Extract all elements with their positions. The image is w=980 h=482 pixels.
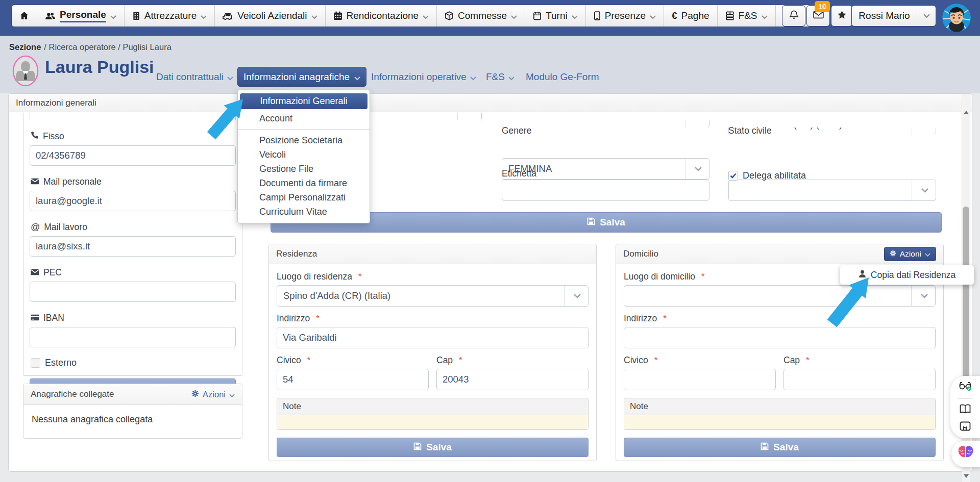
nav-item-presenze[interactable]: Presenze <box>586 5 664 27</box>
delega-checkbox[interactable] <box>728 171 738 181</box>
cap-label: Cap* <box>783 355 936 366</box>
nav-item-commesse[interactable]: Commesse <box>437 5 525 27</box>
domicilio-save-button[interactable]: Salva <box>624 438 936 457</box>
gear-icon <box>890 249 896 259</box>
note-textarea[interactable] <box>624 415 935 429</box>
floppy-icon <box>413 442 422 453</box>
clipped-field <box>502 120 709 128</box>
nav-item-label: Rendicontazione <box>347 10 419 21</box>
delega-row: Delega abilitata <box>728 170 806 181</box>
mail-personale-input[interactable] <box>30 191 236 211</box>
breadcrumb-path: / Ricerca operatore / Puglisi Laura <box>44 42 171 52</box>
nav-item-label: Commesse <box>458 10 507 21</box>
notifications-button[interactable] <box>782 5 805 27</box>
hidden-row-input[interactable] <box>30 113 236 120</box>
indirizzo-label: Indirizzo* <box>277 313 589 324</box>
nav-item-paghe[interactable]: € Paghe <box>664 5 718 27</box>
user-menu-button[interactable]: Rossi Mario <box>851 5 936 27</box>
domicilio-azioni-button[interactable]: Azioni <box>884 247 936 261</box>
glasses-check-icon[interactable] <box>959 381 972 393</box>
menu-item-documenti-da-firmare[interactable]: Documenti da firmare <box>238 176 370 190</box>
stato-civile-select[interactable] <box>728 180 936 201</box>
civico-input[interactable] <box>277 369 429 390</box>
required-asterisk: * <box>307 356 311 366</box>
tab-informazioni-operative[interactable]: Informazioni operative <box>371 71 476 83</box>
envelope-icon <box>31 267 39 278</box>
breadcrumb-section[interactable]: Sezione <box>9 42 41 52</box>
anagrafiche-azioni-button[interactable]: Azioni <box>191 390 235 399</box>
home-icon <box>19 11 29 20</box>
chevron-down-icon <box>354 71 360 83</box>
person-icon <box>859 270 866 281</box>
luogo-residenza-select[interactable]: Spino d'Adda (CR) (Italia) <box>277 285 589 307</box>
nav-item-label: Veicoli Aziendali <box>237 10 307 21</box>
note-textarea[interactable] <box>277 415 588 429</box>
bookmark-icon[interactable] <box>960 421 971 433</box>
chevron-down-icon <box>227 71 233 83</box>
nav-item-veicoli-aziendali[interactable]: Veicoli Aziendali <box>215 5 325 27</box>
menu-item-account[interactable]: Account <box>238 111 370 125</box>
menu-item-gestione-file[interactable]: Gestione File <box>238 162 370 176</box>
nav-item-attrezzature[interactable]: Attrezzature <box>125 5 215 27</box>
etichetta-input[interactable] <box>502 180 709 201</box>
esterno-checkbox[interactable] <box>31 358 40 368</box>
cap-input[interactable] <box>436 369 589 390</box>
mail-lavoro-label: @ Mail lavoro <box>31 222 235 233</box>
envelope-icon <box>813 11 824 21</box>
tab-informazioni-anagrafiche[interactable]: Informazioni anagrafiche <box>237 67 366 87</box>
chevron-down-icon <box>201 10 207 21</box>
chevron-down-icon <box>762 10 768 21</box>
luogo-domicilio-select[interactable] <box>624 285 936 307</box>
page: Personale Attrezzature Veicoli Aziendali… <box>0 0 980 482</box>
fisso-label: Fisso <box>31 131 235 142</box>
fisso-input[interactable] <box>30 145 236 166</box>
general-save-button[interactable]: Salva <box>271 212 942 233</box>
cap-input[interactable] <box>783 369 936 390</box>
building-icon <box>132 11 140 20</box>
nav-item-personale[interactable]: Personale <box>37 5 125 27</box>
chevron-down-icon <box>573 293 581 298</box>
residenza-card: Residenza Luogo di residenza* Spino d'Ad… <box>268 244 597 461</box>
nav-item-fs[interactable]: F&S <box>718 5 776 27</box>
tab-fs[interactable]: F&S <box>486 71 514 83</box>
scrollbar-down-button[interactable] <box>962 470 970 482</box>
delega-label: Delega abilitata <box>743 170 806 181</box>
hidden-row-select[interactable] <box>502 120 709 128</box>
tab-label: Dati contrattuali <box>156 71 224 83</box>
required-asterisk: * <box>701 272 705 282</box>
menu-item-informazioni-generali[interactable]: Informazioni Generali <box>240 93 368 109</box>
user-avatar[interactable] <box>942 4 971 32</box>
nav-item-turni[interactable]: Turni <box>525 5 586 27</box>
iban-input[interactable] <box>30 327 236 347</box>
menu-item-posizione-societaria[interactable]: Posizione Societaria <box>238 133 370 147</box>
nav-item-home[interactable] <box>12 5 37 27</box>
cabinet-icon <box>725 11 734 20</box>
favorites-button[interactable] <box>831 5 852 27</box>
indirizzo-input[interactable] <box>624 327 936 348</box>
tab-label: Informazioni anagrafiche <box>243 71 350 83</box>
civico-input[interactable] <box>624 369 776 390</box>
tab-modulo-ge-form[interactable]: Modulo Ge-Form <box>526 71 599 83</box>
ai-assistant-button[interactable] <box>951 441 980 467</box>
copia-dati-residenza-menu-item[interactable]: Copia dati Residenza <box>840 265 974 285</box>
tab-label: F&S <box>486 71 505 83</box>
menu-item-veicoli[interactable]: Veicoli <box>238 147 370 162</box>
menu-item-campi-personalizzati[interactable]: Campi Personalizzati <box>238 190 370 205</box>
nav-item-rendicontazione[interactable]: Rendicontazione <box>326 5 437 27</box>
residenza-save-button[interactable]: Salva <box>277 438 589 457</box>
genere-label: Genere <box>502 125 531 136</box>
required-asterisk: * <box>358 272 362 282</box>
scrollbar-up-button[interactable] <box>962 106 970 118</box>
indirizzo-input[interactable] <box>277 327 589 348</box>
chevron-down-icon <box>572 10 578 21</box>
pec-input[interactable] <box>30 282 236 302</box>
indirizzo-label: Indirizzo* <box>624 313 936 324</box>
luogo-residenza-value: Spino d'Adda (CR) (Italia) <box>283 290 390 301</box>
nav-item-label: Attrezzature <box>144 10 197 21</box>
mobile-icon <box>594 11 601 20</box>
chevron-down-icon <box>110 10 116 21</box>
menu-item-curriculum-vitae[interactable]: Curriculum Vitae <box>238 205 370 219</box>
mail-lavoro-input[interactable] <box>30 236 236 257</box>
tab-dati-contrattuali[interactable]: Dati contrattuali <box>156 71 233 83</box>
book-icon[interactable] <box>959 404 971 416</box>
